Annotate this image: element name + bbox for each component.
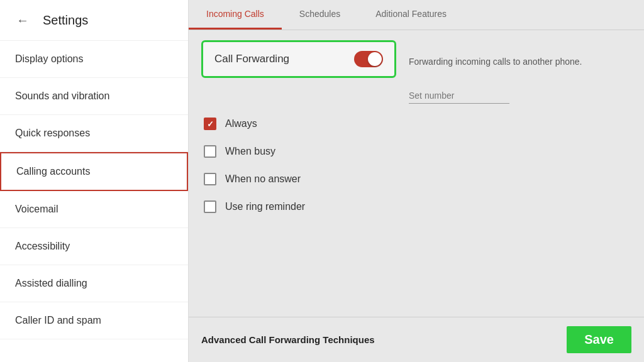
set-number-input[interactable] xyxy=(409,88,509,104)
option-row-always: Always xyxy=(201,110,631,138)
call-forwarding-toggle[interactable] xyxy=(354,51,383,67)
call-forwarding-row: Call Forwarding Forwarding incoming call… xyxy=(201,40,631,84)
option-row-use-ring-reminder: Use ring reminder xyxy=(201,193,631,221)
tab-incoming-calls[interactable]: Incoming Calls xyxy=(189,0,282,30)
sidebar-item-caller-id-spam[interactable]: Caller ID and spam xyxy=(0,302,188,339)
option-label-when-no-answer: When no answer xyxy=(225,173,301,185)
option-label-when-busy: When busy xyxy=(225,146,275,157)
sidebar-item-accessibility[interactable]: Accessibility xyxy=(0,228,188,265)
set-number-row xyxy=(409,88,631,104)
option-row-when-busy: When busy xyxy=(201,138,631,165)
sidebar-header: ← Settings xyxy=(0,0,188,41)
call-forwarding-description: Forwarding incoming calls to another pho… xyxy=(409,56,582,69)
options-list: AlwaysWhen busyWhen no answerUse ring re… xyxy=(201,110,631,221)
save-button[interactable]: Save xyxy=(567,326,631,353)
sidebar-item-assisted-dialling[interactable]: Assisted dialling xyxy=(0,265,188,302)
tabs-bar: Incoming CallsSchedulesAditional Feature… xyxy=(189,0,644,30)
option-label-use-ring-reminder: Use ring reminder xyxy=(225,201,305,212)
advanced-text: Advanced Call Forwarding Techniques xyxy=(201,334,375,345)
sidebar: ← Settings Display optionsSounds and vib… xyxy=(0,0,189,362)
tab-schedules[interactable]: Schedules xyxy=(282,0,358,30)
sidebar-item-calling-accounts[interactable]: Calling accounts xyxy=(0,152,188,191)
main-content: Incoming CallsSchedulesAditional Feature… xyxy=(189,0,644,362)
bottom-bar: Advanced Call Forwarding Techniques Save xyxy=(189,317,644,362)
toggle-knob xyxy=(368,52,382,66)
sidebar-item-sounds-vibration[interactable]: Sounds and vibration xyxy=(0,78,188,115)
option-label-always: Always xyxy=(225,118,257,129)
checkbox-use-ring-reminder[interactable] xyxy=(204,200,216,213)
sidebar-item-voicemail[interactable]: Voicemail xyxy=(0,191,188,228)
call-forwarding-label: Call Forwarding xyxy=(214,53,289,65)
checkbox-when-no-answer[interactable] xyxy=(204,173,216,185)
sidebar-title: Settings xyxy=(43,13,88,28)
call-forwarding-card: Call Forwarding xyxy=(201,40,396,78)
sidebar-item-display-options[interactable]: Display options xyxy=(0,41,188,78)
option-row-when-no-answer: When no answer xyxy=(201,165,631,193)
checkbox-when-busy[interactable] xyxy=(204,145,216,158)
sidebar-nav: Display optionsSounds and vibrationQuick… xyxy=(0,41,188,339)
content-area: Call Forwarding Forwarding incoming call… xyxy=(189,30,644,317)
tab-additional-features[interactable]: Aditional Features xyxy=(358,0,464,30)
back-button[interactable]: ← xyxy=(13,10,33,30)
checkbox-always[interactable] xyxy=(204,118,216,130)
sidebar-item-quick-responses[interactable]: Quick responses xyxy=(0,115,188,152)
